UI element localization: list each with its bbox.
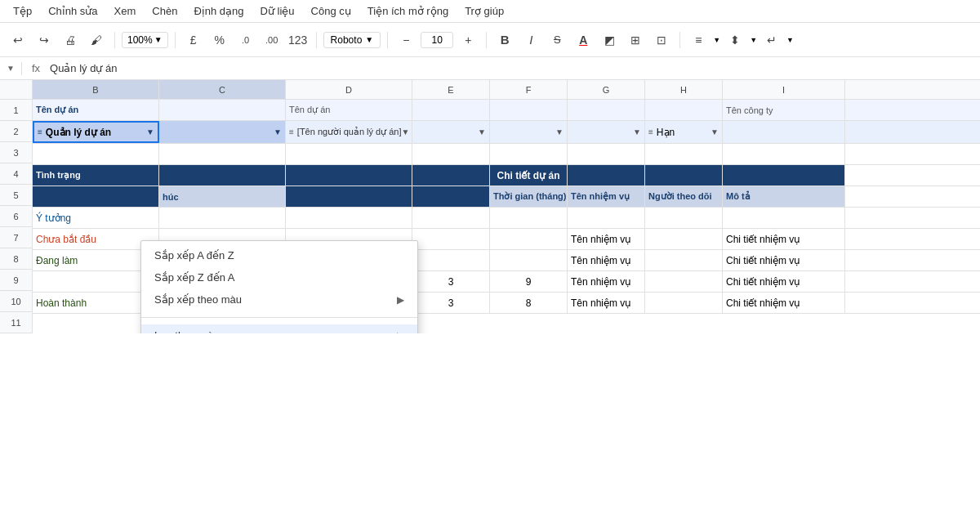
font-decrease-button[interactable]: − — [394, 29, 417, 51]
cell-5H[interactable]: Người theo dõi — [645, 186, 723, 207]
strikethrough-button[interactable]: S — [546, 29, 568, 51]
cell-5D[interactable] — [286, 186, 412, 207]
row-num-9[interactable]: 9 — [0, 270, 32, 291]
cell-10I[interactable]: Chi tiết nhiệm vụ — [723, 293, 845, 313]
cell-10F[interactable]: 8 — [490, 293, 568, 313]
cell-5E[interactable] — [412, 186, 490, 207]
merge-button[interactable]: ⊡ — [650, 29, 673, 51]
redo-button[interactable]: ↪ — [33, 29, 56, 51]
col-header-D[interactable]: D — [286, 80, 412, 99]
cell-5F[interactable]: Thời gian (tháng) — [490, 186, 568, 207]
cell-1B[interactable]: Tên dự án — [33, 100, 159, 120]
cell-3C[interactable] — [159, 144, 286, 164]
row-num-6[interactable]: 6 — [0, 206, 32, 227]
zoom-selector[interactable]: 100% ▼ — [122, 32, 168, 48]
cell-4I[interactable] — [723, 165, 845, 185]
cell-8F[interactable] — [490, 250, 568, 270]
row-num-4[interactable]: 4 — [0, 163, 32, 185]
cell-5B[interactable] — [33, 186, 159, 207]
cell-3H[interactable] — [645, 144, 723, 164]
col-header-H[interactable]: H — [645, 80, 723, 99]
cell-2H[interactable]: ≡ Hạn ▼ — [645, 121, 723, 143]
paint-format-button[interactable]: 🖌 — [85, 29, 108, 51]
cell-4E[interactable] — [412, 165, 490, 185]
cell-1D[interactable]: Tên dự án — [286, 100, 412, 120]
bold-button[interactable]: B — [493, 29, 516, 51]
col-header-F[interactable]: F — [490, 80, 568, 99]
cell-9F[interactable]: 9 — [490, 271, 568, 292]
cell-8E[interactable] — [412, 250, 490, 270]
row-num-3[interactable]: 3 — [0, 142, 32, 163]
text-wrap-button[interactable]: ↵ — [760, 29, 783, 51]
sort-color-item[interactable]: Sắp xếp theo màu ▶ — [141, 288, 417, 311]
align-v-button[interactable]: ⬍ — [724, 29, 746, 51]
cell-4D[interactable] — [286, 165, 412, 185]
cell-1G[interactable] — [568, 100, 645, 120]
cell-2I[interactable] — [723, 121, 845, 143]
menu-chinh-sua[interactable]: Chỉnh sửa — [42, 3, 104, 19]
cell-3I[interactable] — [723, 144, 845, 164]
cell-1F[interactable] — [490, 100, 568, 120]
print-button[interactable]: 🖨 — [59, 29, 82, 51]
cell-10G[interactable]: Tên nhiệm vụ — [568, 293, 645, 313]
cell-6B[interactable]: Ý tưởng — [33, 208, 159, 228]
cell-6G[interactable] — [568, 208, 645, 228]
cell-8I[interactable]: Chi tiết nhiệm vụ — [723, 250, 845, 270]
cell-7F[interactable] — [490, 229, 568, 249]
menu-dinh-dang[interactable]: Định dạng — [187, 3, 250, 19]
cell-4H[interactable] — [645, 165, 723, 185]
cell-2G[interactable]: ▼ — [568, 121, 645, 143]
menu-tro-giup[interactable]: Trợ giúp — [458, 3, 510, 19]
col-header-E[interactable]: E — [412, 80, 490, 99]
font-size-input[interactable]: 10 — [421, 32, 453, 48]
cell-6E[interactable] — [412, 208, 490, 228]
cell-3G[interactable] — [568, 144, 645, 164]
italic-button[interactable]: I — [519, 29, 542, 51]
cell-9H[interactable] — [645, 271, 723, 292]
cell-1H[interactable] — [645, 100, 723, 120]
menu-xem[interactable]: Xem — [108, 3, 143, 19]
font-selector[interactable]: Roboto ▼ — [323, 32, 381, 48]
cell-3F[interactable] — [490, 144, 568, 164]
cell-9E[interactable]: 3 — [412, 271, 490, 292]
cell-2C[interactable]: ▼ — [159, 121, 286, 143]
menu-chen[interactable]: Chèn — [145, 3, 184, 19]
decimal-less-button[interactable]: .0 — [234, 29, 257, 51]
col-header-C[interactable]: C — [159, 80, 286, 99]
col-header-B[interactable]: B — [33, 80, 159, 99]
borders-button[interactable]: ⊞ — [624, 29, 647, 51]
cell-6F[interactable] — [490, 208, 568, 228]
align-h-button[interactable]: ≡ — [687, 29, 710, 51]
cell-7H[interactable] — [645, 229, 723, 249]
cell-5G[interactable]: Tên nhiệm vụ — [568, 186, 645, 207]
cell-8H[interactable] — [645, 250, 723, 270]
cell-7E[interactable] — [412, 229, 490, 249]
cell-2E[interactable]: ▼ — [412, 121, 490, 143]
cell-6I[interactable] — [723, 208, 845, 228]
cell-2B[interactable]: ≡ Quản lý dự án ▼ — [33, 121, 159, 143]
cell-4B[interactable]: Tình trạng — [33, 165, 159, 185]
cell-3E[interactable] — [412, 144, 490, 164]
cell-8G[interactable]: Tên nhiệm vụ — [568, 250, 645, 270]
font-increase-button[interactable]: + — [457, 29, 479, 51]
menu-tep[interactable]: Tệp — [7, 3, 38, 19]
cell-9I[interactable]: Chi tiết nhiệm vụ — [723, 271, 845, 292]
text-color-button[interactable]: A — [572, 29, 595, 51]
menu-cong-cu[interactable]: Công cụ — [305, 3, 358, 19]
cell-6D[interactable] — [286, 208, 412, 228]
filter-by-color-item[interactable]: Lọc theo màu ▶ — [141, 324, 417, 333]
row-num-7[interactable]: 7 — [0, 227, 32, 248]
cell-10H[interactable] — [645, 293, 723, 313]
row-num-2[interactable]: 2 — [0, 121, 32, 142]
fill-color-button[interactable]: ◩ — [598, 29, 621, 51]
cell-5I[interactable]: Mô tả — [723, 186, 845, 207]
undo-button[interactable]: ↩ — [7, 29, 29, 51]
currency-button[interactable]: £ — [182, 29, 205, 51]
percent-button[interactable]: % — [208, 29, 231, 51]
cell-5C[interactable]: húc — [159, 186, 286, 207]
col-header-I[interactable]: I — [723, 80, 845, 99]
cell-3D[interactable] — [286, 144, 412, 164]
cell-1I[interactable]: Tên công ty — [723, 100, 845, 120]
cell-2F[interactable]: ▼ — [490, 121, 568, 143]
menu-tien-ich[interactable]: Tiện ích mở rộng — [361, 3, 455, 19]
